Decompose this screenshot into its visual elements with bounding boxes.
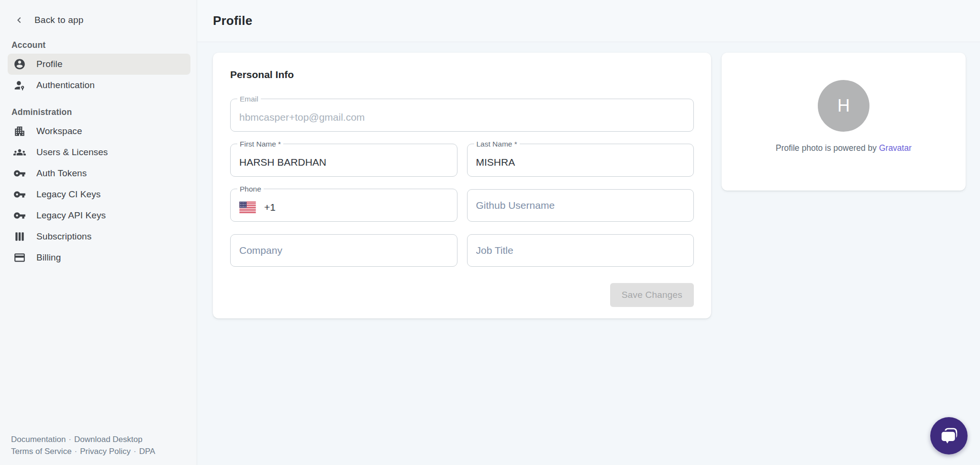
main-area: Profile Personal Info Email First Name: [197, 0, 980, 465]
email-field-slot: Email: [230, 95, 694, 132]
save-changes-button[interactable]: Save Changes: [610, 283, 694, 307]
phone-field[interactable]: Phone: [230, 185, 457, 222]
key-icon: [13, 167, 26, 180]
avatar: H: [818, 80, 869, 132]
last-name-input[interactable]: [476, 157, 685, 168]
section-title-account: Account: [11, 40, 185, 50]
phone-input[interactable]: +1: [239, 202, 448, 213]
company-field-slot: [230, 230, 457, 267]
sidebar-item-label: Authentication: [36, 80, 95, 91]
github-username-field: [467, 189, 694, 222]
sidebar-item-label: Billing: [36, 252, 61, 263]
job-title-field-slot: [467, 230, 694, 267]
avatar-caption-text: Profile photo is powered by: [776, 143, 877, 153]
sidebar-item-label: Subscriptions: [36, 231, 91, 242]
dial-code: +1: [264, 202, 276, 213]
back-to-app-button[interactable]: Back to app: [0, 0, 197, 35]
footer-row-2: Terms of Service·Privacy Policy·DPA: [11, 445, 187, 457]
last-name-field-label: Last Name *: [474, 140, 520, 148]
sidebar-item-label: Users & Licenses: [36, 147, 108, 158]
page-header: Profile: [197, 0, 980, 42]
form-actions: Save Changes: [230, 283, 694, 307]
footer-separator: ·: [68, 435, 71, 444]
app-root: Back to app Account Profile Authenticati…: [0, 0, 980, 465]
groups-icon: [13, 146, 26, 159]
chat-bubbles-icon: [939, 426, 959, 446]
us-flag-icon: [239, 202, 256, 213]
documentation-link[interactable]: Documentation: [11, 435, 66, 444]
sidebar: Back to app Account Profile Authenticati…: [0, 0, 197, 465]
email-field-label: Email: [237, 95, 261, 103]
github-field-slot: [467, 185, 694, 222]
first-name-field-label: First Name *: [237, 140, 283, 148]
job-title-field: [467, 234, 694, 267]
sidebar-footer: Documentation·Download Desktop Terms of …: [0, 433, 197, 465]
personal-info-form: Email First Name * Last Name *: [230, 95, 694, 267]
company-field: [230, 234, 457, 267]
dpa-link[interactable]: DPA: [139, 447, 156, 456]
sidebar-item-legacy-api-keys[interactable]: Legacy API Keys: [8, 205, 190, 226]
page-title: Profile: [213, 13, 252, 28]
sidebar-item-label: Workspace: [36, 126, 82, 136]
gravatar-link[interactable]: Gravatar: [879, 143, 912, 153]
key-icon: [13, 209, 26, 222]
account-circle-icon: [13, 58, 26, 70]
avatar-card: H Profile photo is powered by Gravatar: [722, 53, 966, 191]
sidebar-item-label: Auth Tokens: [36, 168, 87, 179]
github-username-input[interactable]: [476, 200, 685, 211]
footer-separator: ·: [75, 447, 78, 456]
sidebar-item-label: Legacy API Keys: [36, 210, 106, 221]
sidebar-item-legacy-ci-keys[interactable]: Legacy CI Keys: [8, 184, 190, 205]
key-icon: [13, 188, 26, 201]
first-name-field: First Name *: [230, 140, 457, 177]
personal-info-title: Personal Info: [230, 69, 694, 80]
company-input[interactable]: [239, 245, 448, 256]
footer-separator: ·: [134, 447, 136, 456]
sidebar-item-label: Profile: [36, 59, 63, 69]
chat-launcher-button[interactable]: [930, 417, 968, 454]
last-name-field: Last Name *: [467, 140, 694, 177]
sidebar-item-subscriptions[interactable]: Subscriptions: [8, 226, 190, 247]
email-field: Email: [230, 95, 694, 132]
section-title-administration: Administration: [11, 107, 185, 117]
email-input[interactable]: [239, 112, 685, 123]
sidebar-item-auth-tokens[interactable]: Auth Tokens: [8, 163, 190, 184]
back-to-app-label: Back to app: [34, 15, 84, 25]
columns-icon: [13, 230, 26, 243]
last-name-field-slot: Last Name *: [467, 140, 694, 177]
download-desktop-link[interactable]: Download Desktop: [74, 435, 143, 444]
content-area: Personal Info Email First Name *: [197, 42, 980, 465]
sidebar-item-users-licenses[interactable]: Users & Licenses: [8, 142, 190, 163]
chevron-left-icon: [13, 14, 25, 26]
sidebar-item-billing[interactable]: Billing: [8, 247, 190, 268]
terms-of-service-link[interactable]: Terms of Service: [11, 447, 72, 456]
sidebar-item-profile[interactable]: Profile: [8, 54, 190, 75]
sidebar-item-workspace[interactable]: Workspace: [8, 121, 190, 142]
building-icon: [13, 125, 26, 137]
footer-row-1: Documentation·Download Desktop: [11, 433, 187, 445]
privacy-policy-link[interactable]: Privacy Policy: [80, 447, 131, 456]
personal-info-card: Personal Info Email First Name *: [213, 53, 711, 318]
credit-card-icon: [13, 251, 26, 264]
sidebar-item-authentication[interactable]: Authentication: [8, 75, 190, 96]
sidebar-item-label: Legacy CI Keys: [36, 189, 100, 200]
avatar-caption: Profile photo is powered by Gravatar: [776, 143, 912, 153]
phone-field-label: Phone: [237, 185, 264, 193]
person-key-icon: [13, 79, 26, 91]
phone-field-slot: Phone: [230, 185, 457, 222]
first-name-field-slot: First Name *: [230, 140, 457, 177]
job-title-input[interactable]: [476, 245, 685, 256]
first-name-input[interactable]: [239, 157, 448, 168]
